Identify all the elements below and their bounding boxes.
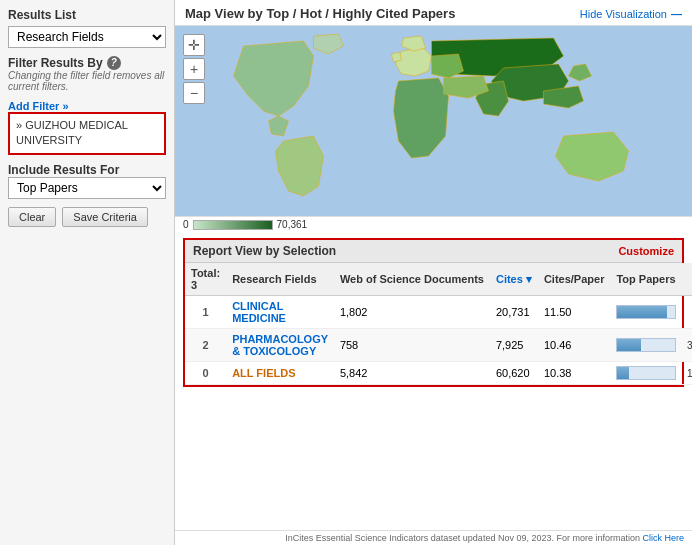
filter-by-label: Filter Results By ? [8, 56, 166, 70]
rank-3: 0 [185, 362, 226, 385]
page-title: Map View by Top / Hot / Highly Cited Pap… [185, 6, 455, 21]
add-filter-link[interactable]: Add Filter » [8, 100, 166, 112]
map-zoom-out-button[interactable]: − [183, 82, 205, 104]
report-header: Report View by Selection Customize [185, 240, 682, 263]
table-header-row: Total: 3 Research Fields Web of Science … [185, 263, 692, 296]
main-header: Map View by Top / Hot / Highly Cited Pap… [175, 0, 692, 26]
action-buttons: Clear Save Criteria [8, 207, 166, 227]
top-papers-1 [610, 296, 692, 329]
bar-fill-3 [617, 367, 629, 379]
cites-paper-2: 10.46 [538, 329, 611, 362]
filter-item: GUIZHOU MEDICAL UNIVERSITY [16, 118, 158, 149]
clear-button[interactable]: Clear [8, 207, 56, 227]
scale-end-label: 70,361 [277, 219, 308, 230]
include-select[interactable]: Top Papers [8, 177, 166, 199]
help-icon[interactable]: ? [107, 56, 121, 70]
wos-docs-3: 5,842 [334, 362, 490, 385]
report-title: Report View by Selection [193, 244, 336, 258]
table-row: 2 PHARMACOLOGY & TOXICOLOGY 758 7,925 10… [185, 329, 692, 362]
customize-button[interactable]: Customize [618, 245, 674, 257]
footer-link[interactable]: Click Here [642, 533, 684, 543]
bar-fill-2 [617, 339, 640, 351]
wos-docs-2: 758 [334, 329, 490, 362]
top-papers-2: 3 [610, 329, 692, 362]
cites-paper-3: 10.38 [538, 362, 611, 385]
col-cites-paper: Cites/Paper [538, 263, 611, 296]
cites-2: 7,925 [490, 329, 538, 362]
save-criteria-button[interactable]: Save Criteria [62, 207, 148, 227]
bar-bg-2 [616, 338, 676, 352]
table-row: 1 CLINICAL MEDICINE 1,802 20,731 11.50 [185, 296, 692, 329]
results-list-select[interactable]: Research Fields [8, 26, 166, 48]
sidebar: Results List Research Fields Filter Resu… [0, 0, 175, 545]
results-list-title: Results List [8, 8, 166, 22]
col-research-fields: Research Fields [226, 263, 334, 296]
map-controls: ✛ + − [183, 34, 205, 104]
hide-visualization-button[interactable]: Hide Visualization — [580, 8, 682, 20]
scale-start-label: 0 [183, 219, 189, 230]
rank-2: 2 [185, 329, 226, 362]
include-label: Include Results For [8, 163, 166, 177]
filter-box: GUIZHOU MEDICAL UNIVERSITY [8, 112, 166, 155]
map-move-button[interactable]: ✛ [183, 34, 205, 56]
world-map-svg [175, 26, 692, 216]
bar-bg-1 [616, 305, 676, 319]
col-total: Total: 3 [185, 263, 226, 296]
main-content: Map View by Top / Hot / Highly Cited Pap… [175, 0, 692, 545]
field-2[interactable]: PHARMACOLOGY & TOXICOLOGY [226, 329, 334, 362]
field-3[interactable]: ALL FIELDS [226, 362, 334, 385]
bar-fill-1 [617, 306, 666, 318]
rank-1: 1 [185, 296, 226, 329]
map-container: ✛ + − [175, 26, 692, 216]
report-section: Report View by Selection Customize Total… [183, 238, 684, 387]
col-wos-docs: Web of Science Documents [334, 263, 490, 296]
cites-3: 60,620 [490, 362, 538, 385]
table-row: 0 ALL FIELDS 5,842 60,620 10.38 1 [185, 362, 692, 385]
col-top-papers: Top Papers [610, 263, 692, 296]
scale-bar [193, 220, 273, 230]
col-cites[interactable]: Cites ▾ [490, 263, 538, 296]
cites-paper-1: 11.50 [538, 296, 611, 329]
scale-bar-row: 0 70,361 [175, 216, 692, 232]
report-table: Total: 3 Research Fields Web of Science … [185, 263, 692, 385]
bar-num-3: 1 [680, 368, 692, 379]
bar-num-2: 3 [680, 340, 692, 351]
field-1[interactable]: CLINICAL MEDICINE [226, 296, 334, 329]
map-zoom-in-button[interactable]: + [183, 58, 205, 80]
cites-1: 20,731 [490, 296, 538, 329]
bar-bg-3 [616, 366, 676, 380]
wos-docs-1: 1,802 [334, 296, 490, 329]
page-footer: InCites Essential Science Indicators dat… [175, 530, 692, 545]
top-papers-3: 1 [610, 362, 692, 385]
filter-note: Changing the filter field removes all cu… [8, 70, 166, 92]
